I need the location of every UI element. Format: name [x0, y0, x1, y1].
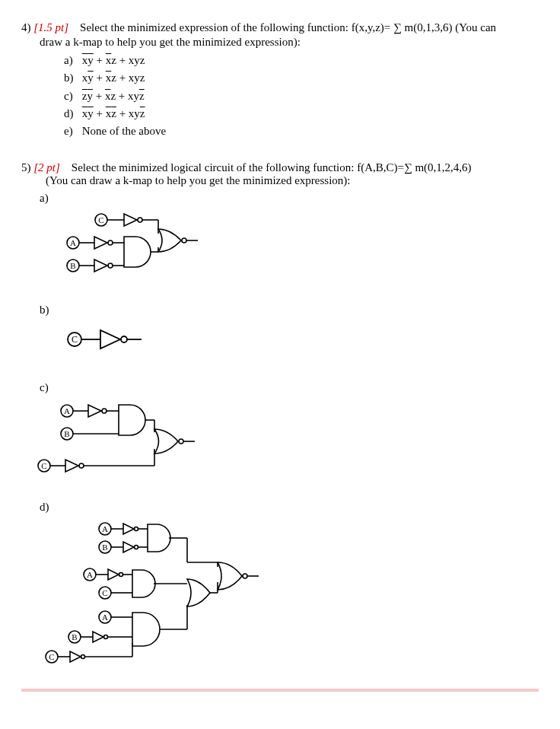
- svg-text:C: C: [49, 652, 54, 661]
- q4-number: 4): [21, 21, 31, 33]
- svg-text:B: B: [102, 543, 107, 552]
- svg-point-14: [108, 263, 113, 268]
- q4-option-c[interactable]: c) zy + xz + xyz: [64, 88, 539, 105]
- circuit-diagram-c: A B C: [21, 396, 212, 479]
- svg-text:A: A: [102, 524, 108, 533]
- svg-text:A: A: [70, 238, 76, 247]
- svg-point-75: [81, 655, 85, 659]
- q5-points: [2 pt]: [33, 161, 60, 173]
- svg-point-38: [79, 463, 84, 468]
- q5-option-c-label[interactable]: c): [40, 381, 539, 394]
- option-letter: c): [64, 88, 79, 105]
- option-letter: a): [64, 52, 79, 69]
- expression: xy + xz + xyz: [82, 107, 145, 119]
- q5-number: 5): [21, 161, 31, 173]
- svg-text:C: C: [41, 461, 46, 470]
- svg-point-70: [104, 635, 108, 639]
- q5-option-b-label[interactable]: b): [40, 304, 539, 317]
- circuit-diagram-b: C: [21, 318, 173, 360]
- footer-divider: [21, 689, 539, 692]
- q4-prompt-line2: draw a k-map to help you get the minimiz…: [40, 36, 539, 49]
- svg-text:B: B: [64, 429, 69, 438]
- svg-point-9: [108, 240, 113, 245]
- svg-text:C: C: [72, 334, 78, 345]
- expression: None of the above: [82, 125, 166, 137]
- svg-point-41: [179, 439, 183, 444]
- q4-option-d[interactable]: d) xy + xz + xyz: [64, 105, 539, 123]
- q5-option-a-label[interactable]: a): [40, 192, 539, 205]
- q5-option-d-label[interactable]: d): [40, 501, 539, 514]
- svg-text:B: B: [70, 261, 75, 270]
- svg-text:B: B: [72, 632, 77, 641]
- q4-option-a[interactable]: a) xy + xz + xyz: [64, 52, 539, 69]
- svg-text:A: A: [87, 570, 93, 579]
- q4-options: a) xy + xz + xyz b) xy + xz + xyz c) zy …: [64, 52, 539, 140]
- svg-point-3: [138, 218, 142, 222]
- svg-point-23: [121, 336, 127, 342]
- q5-prompt-line1: Select the minimized logical circuit of …: [72, 161, 472, 173]
- expression: xy + xz + xyz: [82, 54, 145, 66]
- q4-option-e[interactable]: e) None of the above: [64, 123, 539, 140]
- expression: zy + xz + xyz: [82, 90, 145, 102]
- svg-point-28: [102, 409, 107, 413]
- svg-text:C: C: [102, 588, 107, 597]
- q4-points: [1.5 pt]: [33, 21, 68, 33]
- svg-point-46: [135, 527, 138, 531]
- q4-option-b[interactable]: b) xy + xz + xyz: [64, 69, 539, 87]
- option-letter: d): [64, 105, 79, 123]
- option-letter: b): [64, 69, 79, 87]
- svg-text:A: A: [64, 406, 70, 415]
- circuit-diagram-a: C A B: [21, 206, 219, 282]
- svg-text:C: C: [98, 215, 103, 224]
- svg-point-84: [243, 574, 247, 578]
- circuit-diagram-d: A B A C A B C: [21, 515, 272, 667]
- q4-prompt-line1: Select the minimized expression of the f…: [80, 21, 496, 33]
- question-5: 5) [2 pt] Select the minimized logical c…: [21, 161, 539, 667]
- svg-text:A: A: [102, 613, 108, 622]
- q5-prompt-line2: (You can draw a k-map to help you get th…: [46, 174, 539, 187]
- svg-point-58: [119, 573, 123, 577]
- question-4: 4) [1.5 pt] Select the minimized express…: [21, 21, 539, 140]
- option-letter: e): [64, 123, 79, 140]
- expression: xy + xz + xyz: [82, 72, 145, 84]
- svg-point-51: [135, 546, 138, 549]
- svg-point-18: [182, 238, 186, 243]
